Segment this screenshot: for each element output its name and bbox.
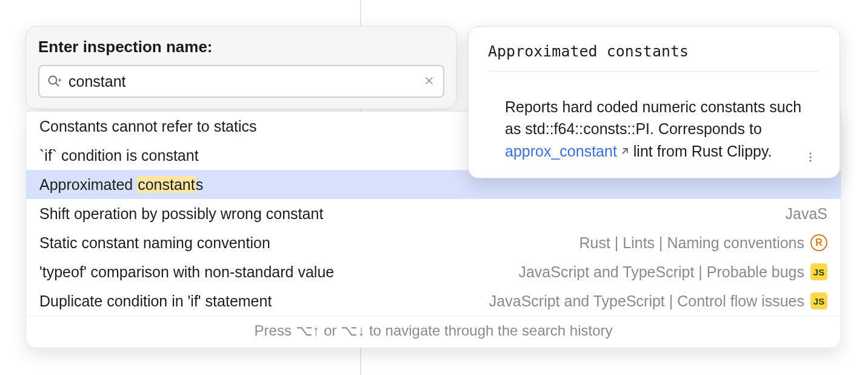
result-label: Shift operation by possibly wrong consta… — [39, 205, 323, 223]
doc-body: Reports hard coded numeric constants suc… — [488, 72, 820, 162]
doc-title: Approximated constants — [488, 42, 820, 72]
svg-line-4 — [623, 149, 627, 154]
result-category: Rust | Lints | Naming conventionsR — [579, 234, 828, 252]
external-link-icon — [619, 147, 629, 157]
inspection-search-popup: Enter inspection name: — [25, 26, 457, 109]
search-input[interactable] — [62, 73, 424, 90]
rust-icon: R — [810, 234, 827, 251]
result-label: Approximated constants — [39, 176, 203, 194]
result-category: JavaScript and TypeScript | Probable bug… — [518, 263, 827, 281]
svg-point-5 — [809, 152, 811, 154]
svg-point-7 — [809, 160, 811, 161]
popup-title: Enter inspection name: — [38, 38, 444, 56]
result-label: 'typeof' comparison with non-standard va… — [39, 263, 334, 281]
doc-link[interactable]: approx_constant — [505, 143, 617, 160]
search-field[interactable] — [38, 65, 444, 98]
result-row[interactable]: Static constant naming conventionRust | … — [26, 228, 841, 257]
result-label: Constants cannot refer to statics — [39, 118, 257, 135]
history-hint: Press ⌥↑ or ⌥↓ to navigate through the s… — [26, 316, 841, 348]
svg-line-1 — [56, 83, 59, 86]
js-icon: JS — [810, 263, 827, 280]
js-icon: JS — [810, 292, 827, 309]
doc-text-after: lint from Rust Clippy. — [629, 143, 772, 160]
svg-point-0 — [49, 76, 57, 84]
result-category: JavaScript and TypeScript | Control flow… — [489, 292, 827, 310]
more-icon[interactable] — [804, 151, 816, 163]
clear-icon[interactable] — [424, 75, 436, 87]
result-label: Static constant naming convention — [39, 234, 270, 252]
documentation-popup: Approximated constants Reports hard code… — [468, 26, 840, 178]
result-category: JavaS — [786, 205, 827, 223]
result-label: Duplicate condition in 'if' statement — [39, 292, 272, 310]
doc-text-before: Reports hard coded numeric constants suc… — [505, 98, 801, 137]
result-row[interactable]: Shift operation by possibly wrong consta… — [26, 199, 841, 228]
result-row[interactable]: 'typeof' comparison with non-standard va… — [26, 257, 841, 286]
result-row[interactable]: Duplicate condition in 'if' statementJav… — [26, 286, 841, 316]
search-icon — [47, 73, 62, 89]
svg-point-6 — [809, 156, 811, 158]
result-label: `if` condition is constant — [39, 147, 199, 164]
